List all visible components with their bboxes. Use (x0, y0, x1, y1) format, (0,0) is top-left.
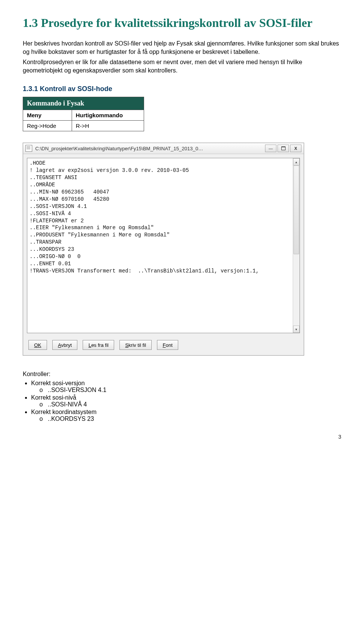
cmd-menu-value: Reg->Hode (23, 121, 72, 131)
cmd-col-menu: Meny (23, 110, 72, 121)
close-button[interactable]: X (290, 145, 301, 152)
write-to-file-button[interactable]: Skriv til fil (119, 340, 152, 350)
write-prefix: S (125, 342, 129, 348)
command-table: Kommando i Fysak Meny Hurtigkommando Reg… (23, 97, 144, 131)
subsection-heading: 1.3.1 Kontroll av SOSI-hode (23, 85, 341, 93)
vertical-scrollbar[interactable]: ▴ ▾ (293, 158, 300, 333)
section-heading: 1.3 Prosedyre for kvalitetssikringskontr… (23, 15, 341, 30)
scroll-track[interactable] (293, 165, 300, 326)
paragraph-2: Kontrollprosedyren er lik for alle datas… (23, 58, 341, 74)
maximize-button[interactable] (278, 145, 289, 152)
font-prefix: F (163, 342, 166, 348)
ok-button-label: OK (34, 342, 41, 348)
sosi-header-textarea[interactable]: .HODE ! lagret av exp2sosi versjon 3.0.0… (27, 158, 300, 333)
page-number: 3 (23, 434, 341, 440)
dialog-titlebar[interactable]: C:\DN_prosjekter\Kvalitetsikring\Naturty… (23, 143, 304, 154)
subsection-number: 1.3.1 (23, 85, 38, 93)
scroll-down-button[interactable]: ▾ (293, 326, 300, 333)
dialog-title-path: C:\DN_prosjekter\Kvalitetsikring\Naturty… (35, 146, 265, 151)
dialog-button-row: OK Avbryt Les fra fil Skriv til fil Font (23, 337, 304, 355)
cmd-shortcut-value: R->H (72, 121, 144, 131)
read-prefix: L (88, 342, 91, 348)
ok-button[interactable]: OK (28, 340, 47, 350)
subsection-title-text: Kontroll av SOSI-hode (40, 85, 112, 93)
close-icon: X (294, 146, 297, 151)
sosi-hode-dialog: C:\DN_prosjekter\Kvalitetsikring\Naturty… (23, 143, 304, 356)
font-rest: ont (166, 342, 173, 348)
cancel-prefix: A (58, 342, 61, 348)
cancel-button[interactable]: Avbryt (52, 340, 78, 350)
list-item: Korrekt sosi-versjon ..SOSI-VERSJON 4.1 (31, 380, 341, 394)
cmd-table-header: Kommando i Fysak (23, 97, 144, 110)
section-number: 1.3 (23, 16, 38, 30)
section-title-text: Prosedyre for kvalitetssikringskontroll … (41, 16, 312, 30)
minimize-button[interactable]: — (265, 145, 276, 152)
scroll-thumb[interactable] (293, 165, 299, 254)
sosi-header-content: .HODE ! lagret av exp2sosi versjon 3.0.0… (27, 158, 293, 333)
cancel-rest: vbryt (61, 342, 72, 348)
controller-sub: ..SOSI-VERSJON 4.1 (39, 387, 341, 394)
controller-label: Korrekt sosi-versjon (31, 380, 85, 386)
font-button[interactable]: Font (157, 340, 178, 350)
cmd-col-shortcut: Hurtigkommando (72, 110, 144, 121)
controller-sub: ..SOSI-NIVÅ 4 (39, 401, 341, 408)
list-item: Korrekt koordinatsystem ..KOORDSYS 23 (31, 409, 341, 422)
controllers-list: Korrekt sosi-versjon ..SOSI-VERSJON 4.1 … (31, 380, 341, 422)
write-rest: kriv til fil (129, 342, 146, 348)
controller-label: Korrekt koordinatsystem (31, 409, 97, 415)
paragraph-1: Her beskrives hvordan kontroll av SOSI-f… (23, 39, 341, 56)
controller-label: Korrekt sosi-nivå (31, 394, 76, 401)
read-rest: es fra fil (91, 342, 109, 348)
controller-sub: ..KOORDSYS 23 (39, 416, 341, 422)
scroll-up-button[interactable]: ▴ (293, 158, 300, 165)
minimize-icon: — (269, 146, 273, 151)
controllers-heading: Kontroller: (23, 371, 341, 378)
list-item: Korrekt sosi-nivå ..SOSI-NIVÅ 4 (31, 394, 341, 408)
document-icon (25, 145, 32, 152)
read-from-file-button[interactable]: Les fra fil (83, 340, 114, 350)
